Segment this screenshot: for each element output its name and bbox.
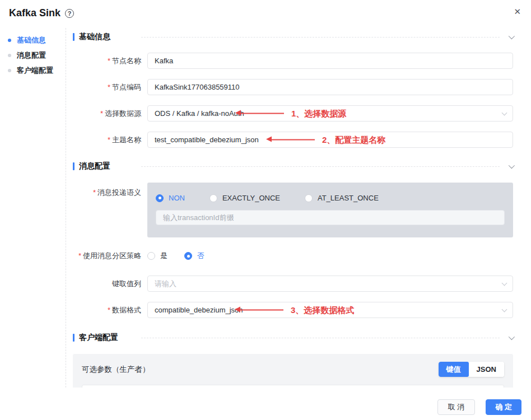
- field-label: *数据格式: [73, 305, 141, 315]
- producer-params-title: 可选参数（生产者）: [82, 365, 150, 375]
- form-row-key-column: 键取值列: [73, 276, 513, 292]
- sidebar-dot-icon: [8, 39, 11, 42]
- close-icon[interactable]: ✕: [514, 7, 521, 16]
- section-title: 消息配置: [73, 161, 141, 171]
- radio-label: EXACTLY_ONCE: [222, 194, 280, 202]
- radio-label: 是: [160, 251, 167, 261]
- form-row-datasource: *选择数据源 1、选择数据源: [73, 105, 513, 122]
- section-title-text: 消息配置: [79, 161, 110, 171]
- confirm-button[interactable]: 确 定: [486, 399, 521, 415]
- sidebar-dot-icon: [8, 69, 11, 72]
- radio-label: AT_LEAST_ONCE: [318, 194, 379, 202]
- radio-unselected-icon: [147, 252, 155, 260]
- radio-option-no[interactable]: 否: [184, 251, 204, 261]
- section-accent-bar: [73, 334, 74, 342]
- field-control: [147, 302, 513, 318]
- section-accent-bar: [73, 162, 74, 170]
- field-control: [147, 79, 513, 95]
- field-control: [147, 132, 513, 148]
- section-title-text: 客户端配置: [79, 333, 118, 343]
- cancel-button[interactable]: 取 消: [437, 399, 476, 415]
- section-dashed-divider: [141, 166, 500, 167]
- toggle-keyvalue[interactable]: 键值: [439, 362, 469, 377]
- required-mark: *: [108, 83, 110, 91]
- key-column-select[interactable]: [147, 276, 513, 292]
- required-mark: *: [108, 136, 110, 144]
- datasource-select[interactable]: [147, 105, 513, 122]
- dialog-header: Kafka Sink ? ✕: [0, 0, 531, 28]
- required-mark: *: [93, 188, 96, 197]
- node-name-input[interactable]: [147, 53, 513, 69]
- field-control: [147, 105, 513, 122]
- form-row-delivery-semantics: *消息投递语义 NON EXACTLY_ONCE: [73, 183, 513, 237]
- field-control: [147, 53, 513, 69]
- sidebar-item-label: 客户端配置: [17, 66, 53, 76]
- section-dashed-divider: [141, 338, 500, 338]
- required-mark: *: [100, 109, 103, 118]
- field-label: *消息投递语义: [73, 183, 141, 198]
- sidebar-item-basic-info[interactable]: 基础信息: [8, 32, 66, 48]
- form-area: 基础信息 *节点名称 *节点编码 *选择数据源: [66, 28, 531, 388]
- toggle-json[interactable]: JSON: [469, 362, 504, 377]
- partition-radio-group: 是 否: [147, 251, 204, 261]
- section-title: 客户端配置: [73, 333, 141, 343]
- radio-selected-icon: [184, 252, 192, 260]
- section-header-client: 客户端配置: [73, 333, 513, 343]
- radio-label: 否: [197, 251, 204, 261]
- radio-unselected-icon: [305, 194, 313, 202]
- radio-unselected-icon: [209, 194, 217, 202]
- topic-name-input[interactable]: [147, 132, 513, 148]
- node-code-input[interactable]: [147, 79, 513, 95]
- field-control: [147, 276, 513, 292]
- section-title: 基础信息: [73, 32, 141, 42]
- radio-option-yes[interactable]: 是: [147, 251, 167, 261]
- section-accent-bar: [73, 33, 74, 41]
- required-mark: *: [108, 57, 110, 65]
- radio-label: NON: [169, 194, 185, 202]
- sidebar-item-message-config[interactable]: 消息配置: [8, 48, 66, 63]
- delivery-semantics-panel: NON EXACTLY_ONCE AT_LEAST_ONCE: [147, 183, 513, 237]
- radio-selected-icon: [156, 194, 164, 202]
- field-control: NON EXACTLY_ONCE AT_LEAST_ONCE: [147, 183, 513, 237]
- dialog-footer: 取 消 确 定: [0, 388, 531, 420]
- collapse-chevron-down-icon[interactable]: [509, 162, 515, 169]
- transaction-id-prefix-input[interactable]: [156, 210, 505, 225]
- field-label: *主题名称: [73, 135, 141, 145]
- required-mark: *: [78, 251, 81, 260]
- radio-option-at-least-once[interactable]: AT_LEAST_ONCE: [305, 194, 379, 202]
- field-label: *选择数据源: [73, 109, 141, 119]
- sidebar-item-label: 基础信息: [17, 35, 46, 45]
- sidebar-dot-icon: [8, 54, 11, 57]
- view-mode-toggle: 键值 JSON: [439, 362, 504, 377]
- form-row-node-code: *节点编码: [73, 79, 513, 95]
- field-label: *节点编码: [73, 82, 141, 92]
- section-header-basic: 基础信息: [73, 32, 513, 42]
- dialog-body: 基础信息 消息配置 客户端配置 基础信息: [0, 28, 531, 388]
- producer-params-panel: 可选参数（生产者） 键值 JSON 添加参数 批量删除: [73, 354, 513, 388]
- field-label: *使用消息分区策略: [73, 251, 141, 261]
- help-icon[interactable]: ?: [65, 9, 74, 18]
- page-title: Kafka Sink ?: [9, 7, 74, 19]
- collapse-chevron-down-icon[interactable]: [509, 33, 515, 39]
- required-mark: *: [108, 306, 110, 314]
- page-title-text: Kafka Sink: [9, 7, 60, 19]
- producer-params-header: 可选参数（生产者） 键值 JSON: [82, 362, 504, 377]
- field-label: *节点名称: [73, 56, 141, 66]
- radio-option-non[interactable]: NON: [156, 194, 185, 202]
- section-dashed-divider: [141, 37, 500, 38]
- data-format-select[interactable]: [147, 302, 513, 318]
- form-row-data-format: *数据格式 3、选择数据格式: [73, 302, 513, 318]
- form-row-topic: *主题名称 2、配置主题名称: [73, 132, 513, 148]
- field-label: 键取值列: [73, 279, 141, 289]
- delivery-radio-group: NON EXACTLY_ONCE AT_LEAST_ONCE: [156, 194, 505, 202]
- anchor-sidebar: 基础信息 消息配置 客户端配置: [0, 28, 66, 388]
- form-row-partition-strategy: *使用消息分区策略 是 否: [73, 251, 513, 261]
- kafka-sink-dialog: Kafka Sink ? ✕ 基础信息 消息配置 客户端配置: [0, 0, 531, 420]
- sidebar-item-label: 消息配置: [17, 50, 46, 60]
- radio-option-exactly-once[interactable]: EXACTLY_ONCE: [209, 194, 280, 202]
- sidebar-item-client-config[interactable]: 客户端配置: [8, 63, 66, 78]
- section-title-text: 基础信息: [79, 32, 110, 42]
- form-row-node-name: *节点名称: [73, 53, 513, 69]
- collapse-chevron-down-icon[interactable]: [509, 334, 515, 340]
- params-table-box: 添加参数 批量删除: [82, 385, 504, 388]
